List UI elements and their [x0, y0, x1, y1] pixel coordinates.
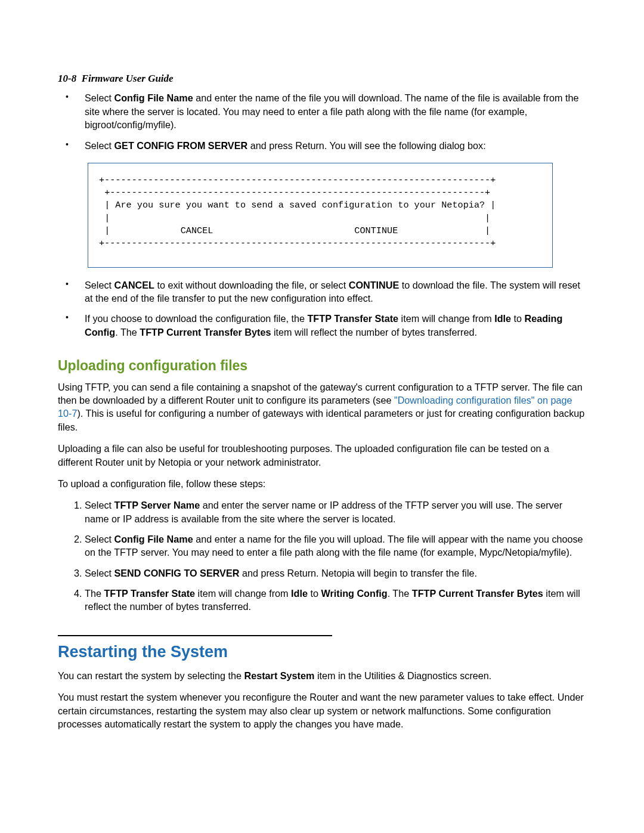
bullet-text: If you choose to download the configurat… [85, 313, 307, 324]
step-text: . The [388, 588, 412, 599]
list-item: Select CANCEL to exit without downloadin… [85, 278, 586, 305]
bullet-text: to exit without downloading the file, or… [154, 280, 349, 290]
list-item: Select Config File Name and enter a name… [85, 532, 586, 559]
list-item: Select TFTP Server Name and enter the se… [85, 498, 586, 525]
step-text: to [308, 588, 321, 599]
dialog-box: +---------------------------------------… [88, 163, 553, 268]
list-item: The TFTP Transfer State item will change… [85, 587, 586, 614]
dialog-border: +---------------------------------------… [99, 238, 496, 249]
body-paragraph: You can restart the system by selecting … [58, 669, 586, 682]
ui-element-name: Writing Config [321, 588, 387, 599]
ui-element-name: GET CONFIG FROM SERVER [114, 140, 248, 151]
page-number: 10-8 [58, 73, 76, 84]
section-title-uploading: Uploading configuration files [58, 357, 586, 376]
bullet-text: item will change from [398, 313, 494, 324]
ui-element-name: TFTP Server Name [114, 500, 200, 510]
bullet-list-top: Select Config File Name and enter the na… [58, 91, 586, 151]
steps-list: Select TFTP Server Name and enter the se… [58, 498, 586, 614]
bullet-text: item will reflect the number of bytes tr… [271, 327, 476, 337]
bullet-text: to [511, 313, 525, 324]
ui-element-name: TFTP Current Transfer Bytes [412, 588, 543, 599]
bullet-text: . The [115, 327, 140, 337]
ui-element-name: Idle [494, 313, 511, 324]
bullet-text: Select [85, 140, 114, 151]
body-paragraph: You must restart the system whenever you… [58, 690, 586, 730]
body-text: item in the Utilities & Diagnostics scre… [314, 670, 491, 681]
section-title-restarting: Restarting the System [58, 641, 586, 663]
ui-element-name: Config File Name [114, 534, 193, 544]
ui-element-name: Config File Name [114, 92, 193, 103]
bullet-text: and press Return. You will see the follo… [247, 140, 486, 151]
step-text: Select [85, 500, 114, 510]
dialog-ascii: +---------------------------------------… [99, 174, 541, 250]
list-item: Select GET CONFIG FROM SERVER and press … [85, 139, 586, 152]
bullet-text: Select [85, 280, 114, 290]
list-item: If you choose to download the configurat… [85, 312, 586, 339]
bullet-text: Select [85, 92, 114, 103]
ui-element-name: Idle [291, 588, 308, 599]
ui-element-name: TFTP Transfer State [104, 588, 195, 599]
ui-element-name: CANCEL [114, 280, 154, 290]
dialog-message: | Are you sure you want to send a saved … [104, 200, 496, 210]
dialog-blank: | | [104, 213, 490, 224]
dialog-border: +---------------------------------------… [99, 175, 496, 185]
step-text: and press Return. Netopia will begin to … [239, 568, 477, 578]
section-rule [58, 635, 332, 636]
step-text: Select [85, 534, 114, 544]
ui-element-name: SEND CONFIG TO SERVER [114, 568, 240, 578]
body-paragraph: Using TFTP, you can send a file containi… [58, 380, 586, 433]
body-text: You can restart the system by selecting … [58, 670, 244, 681]
step-text: Select [85, 568, 114, 578]
step-text: item will change from [195, 588, 291, 599]
dialog-border: +---------------------------------------… [104, 187, 490, 198]
list-item: Select Config File Name and enter the na… [85, 91, 586, 131]
doc-title: Firmware User Guide [82, 73, 174, 84]
list-item: Select SEND CONFIG TO SERVER and press R… [85, 566, 586, 580]
body-paragraph: To upload a configuration file, follow t… [58, 477, 586, 490]
ui-element-name: TFTP Current Transfer Bytes [140, 327, 271, 337]
ui-element-name: CONTINUE [349, 280, 400, 290]
bullet-list-mid: Select CANCEL to exit without downloadin… [58, 278, 586, 339]
dialog-buttons: | CANCEL CONTINUE | [104, 225, 490, 236]
page-header: 10-8 Firmware User Guide [58, 72, 586, 85]
body-text: ). This is useful for configuring a numb… [58, 408, 584, 432]
ui-element-name: Restart System [244, 670, 315, 681]
document-page: 10-8 Firmware User Guide Select Config F… [0, 0, 644, 833]
step-text: The [85, 588, 104, 599]
ui-element-name: TFTP Transfer State [307, 313, 398, 324]
body-paragraph: Uploading a file can also be useful for … [58, 442, 586, 469]
